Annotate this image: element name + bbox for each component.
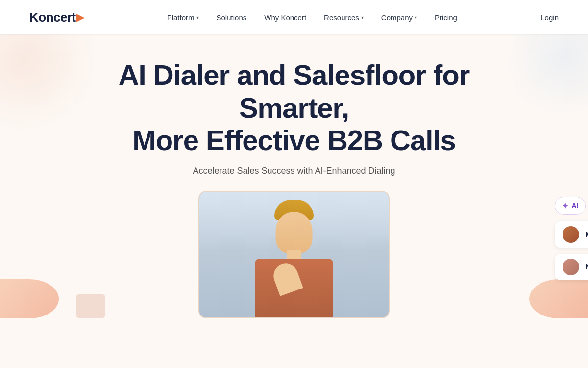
- nav-link-resources[interactable]: Resources ▾: [324, 13, 364, 22]
- nav-link-platform[interactable]: Platform ▾: [167, 13, 199, 22]
- hero-card: [198, 191, 390, 318]
- nav-item-platform[interactable]: Platform ▾: [167, 13, 199, 22]
- blob-bottom-left: [0, 279, 59, 318]
- person-background: [199, 192, 389, 317]
- head: [276, 212, 313, 254]
- nav-item-why-koncert[interactable]: Why Koncert: [264, 13, 306, 22]
- hero-subtext: Accelerate Sales Success with AI-Enhance…: [0, 166, 588, 176]
- avatar-nolan: [563, 259, 579, 275]
- contact-row-marcus: Marcus Elden BAD NUMBER... ✕: [555, 221, 588, 248]
- chevron-down-icon: ▾: [415, 15, 417, 20]
- ai-star-icon: ✦: [562, 201, 568, 210]
- nav-link-company[interactable]: Company ▾: [381, 13, 417, 22]
- contact-name-nolan: Nolan Sterling: [585, 263, 588, 271]
- chevron-down-icon: ▾: [196, 15, 199, 20]
- blob-bottom-right: [529, 279, 588, 318]
- nav-item-pricing[interactable]: Pricing: [435, 13, 457, 22]
- nav-item-solutions[interactable]: Solutions: [217, 13, 247, 22]
- nav-item-resources[interactable]: Resources ▾: [324, 13, 364, 22]
- contact-row-nolan: Nolan Sterling VOICEMAIL... QO: [555, 254, 588, 280]
- ui-overlay: ✦ AI 📞 DIALING.. Marcus Elden BAD NUMBER…: [555, 196, 588, 280]
- ai-badge: ✦ AI: [555, 197, 586, 215]
- logo-text: Koncert: [29, 10, 76, 25]
- nav-link-why-koncert[interactable]: Why Koncert: [264, 13, 306, 22]
- nav-link-solutions[interactable]: Solutions: [217, 13, 247, 22]
- nav-link-pricing[interactable]: Pricing: [435, 13, 457, 22]
- chevron-down-icon: ▾: [361, 15, 364, 20]
- logo-arrow: ▶: [76, 11, 84, 23]
- avatar-marcus: [563, 226, 579, 243]
- dialing-row: ✦ AI 📞 DIALING..: [555, 196, 588, 215]
- logo[interactable]: Koncert▶: [29, 10, 83, 25]
- contact-name-marcus: Marcus Elden: [585, 231, 588, 238]
- blob-bottom-left-2: [76, 294, 105, 318]
- login-button[interactable]: Login: [540, 13, 559, 22]
- hero-headline: AI Dialer and Salesfloor for Smarter, Mo…: [74, 59, 514, 157]
- navigation: Koncert▶ Platform ▾ Solutions Why Koncer…: [0, 0, 588, 34]
- hero-section: AI Dialer and Salesfloor for Smarter, Mo…: [0, 34, 588, 318]
- nav-item-company[interactable]: Company ▾: [381, 13, 417, 22]
- nav-links: Platform ▾ Solutions Why Koncert Resourc…: [167, 13, 457, 22]
